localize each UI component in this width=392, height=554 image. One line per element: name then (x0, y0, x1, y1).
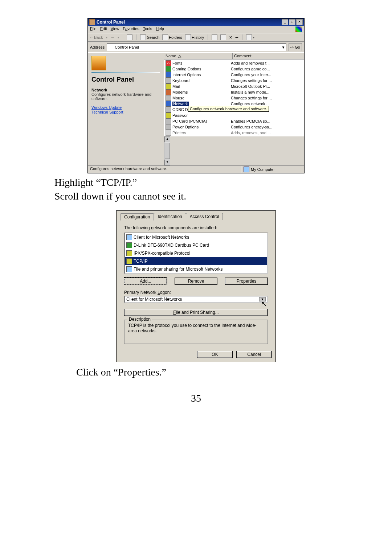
list-item[interactable]: Passwor (164, 112, 304, 118)
instruction-text: Highlight “TCP/IP.” Scroll down if you c… (54, 176, 338, 203)
adapter-icon (126, 242, 132, 248)
power-icon (166, 124, 171, 130)
window-titlebar: Control Panel _ □ × (88, 19, 304, 26)
components-listbox[interactable]: Client for Microsoft Networks D-Link DFE… (124, 233, 268, 274)
menu-favorites[interactable]: Favorites (123, 26, 139, 32)
left-info-pane: Control Panel Network Configures network… (88, 53, 164, 165)
menu-help[interactable]: Help (156, 26, 164, 32)
mail-icon (166, 83, 171, 89)
list-item-tcpip[interactable]: TCP/IP (125, 257, 267, 265)
technical-support-link[interactable]: Technical Support (91, 110, 160, 114)
tab-access-control[interactable]: Access Control (186, 213, 223, 220)
remove-button[interactable]: Remove (175, 278, 217, 285)
tooltip: Configures network hardware and software… (188, 106, 269, 112)
status-text: Configures network hardware and software… (88, 166, 241, 173)
list-item[interactable]: ModemsInstalls a new mode... (164, 89, 304, 95)
addressbar: Address Control Panel ▼ ⇨Go (88, 42, 304, 52)
column-name[interactable]: Name △ (164, 53, 233, 59)
page-number: 35 (54, 393, 338, 404)
menu-view[interactable]: View (111, 26, 119, 32)
list-item[interactable]: Internet OptionsConfigures your Inter... (164, 72, 304, 78)
control-panel-icon (89, 19, 95, 25)
list-item[interactable]: MouseChanges settings for ... (164, 95, 304, 101)
folders-button[interactable]: Folders (162, 34, 182, 40)
window-title: Control Panel (97, 20, 125, 25)
address-label: Address (90, 45, 105, 49)
cancel-button[interactable]: Cancel (236, 351, 272, 358)
nav-forward-button[interactable]: → (110, 35, 114, 40)
views-button[interactable] (246, 34, 254, 40)
description-text: TCP/IP is the protocol you use to connec… (128, 323, 264, 334)
scroll-down-icon[interactable]: ▼ (164, 160, 170, 165)
network-dialog: Configuration Identification Access Cont… (116, 210, 276, 362)
my-computer-icon (244, 167, 249, 172)
menu-tools[interactable]: Tools (143, 26, 152, 32)
nav-forward-dd[interactable] (117, 36, 119, 39)
list-header: Name △ Comment (164, 53, 304, 59)
page-title: Control Panel (91, 76, 160, 83)
list-item[interactable]: IPX/SPX-compatible Protocol (125, 249, 267, 257)
control-panel-icon (108, 45, 113, 50)
list-item[interactable]: KeyboardChanges settings for ... (164, 78, 304, 83)
control-panel-large-icon (91, 56, 106, 70)
list-item[interactable]: MailMicrosoft Outlook Pr... (164, 83, 304, 89)
close-button[interactable]: × (296, 19, 303, 25)
menu-edit[interactable]: Edit (100, 26, 107, 32)
ok-button[interactable]: OK (197, 351, 233, 358)
windows-update-link[interactable]: Windows Update (91, 105, 160, 110)
nav-back-dd[interactable] (106, 36, 107, 39)
primary-logon-dropdown[interactable]: Client for Microsoft Networks ▼ (124, 296, 268, 303)
internet-icon (166, 72, 171, 78)
status-location: My Computer (241, 166, 304, 173)
list-item[interactable]: Power OptionsConfigures energy-sa... (164, 124, 304, 130)
nav-up-button[interactable] (127, 34, 132, 40)
address-input[interactable]: Control Panel ▼ (107, 43, 286, 51)
description-group: Description TCP/IP is the protocol you u… (124, 320, 268, 344)
list-item[interactable]: File and printer sharing for Microsoft N… (125, 265, 267, 273)
properties-button[interactable]: Properties (225, 278, 268, 285)
delete-button[interactable]: ✕ (229, 35, 232, 40)
maximize-button[interactable]: □ (289, 19, 295, 25)
move-to-button[interactable] (212, 34, 217, 40)
add-button[interactable]: Add... (124, 278, 167, 285)
fonts-icon: A (166, 60, 171, 66)
copy-to-button[interactable] (220, 34, 226, 40)
list-item[interactable]: Client for Microsoft Networks (125, 233, 267, 241)
list-item[interactable]: AFontsAdds and removes f... (164, 60, 304, 66)
list-item[interactable]: PC Card (PCMCIA)Enables PCMCIA so... (164, 118, 304, 124)
components-caption: The following network components are ins… (124, 225, 268, 230)
menu-file[interactable]: File (90, 26, 97, 32)
chevron-down-icon[interactable]: ▼ (281, 45, 285, 49)
scroll-thumb[interactable] (165, 143, 170, 159)
scroll-up-icon[interactable]: ▲ (164, 136, 170, 142)
printers-icon (166, 130, 171, 136)
tab-configuration[interactable]: Configuration (120, 213, 154, 221)
menubar: File Edit View Favorites Tools Help (88, 26, 304, 33)
search-button[interactable]: Search (140, 34, 159, 40)
instruction-text: Click on “Properties.” (76, 366, 338, 378)
column-comment[interactable]: Comment (233, 53, 304, 59)
primary-logon-label: Primary Network Logon: (124, 290, 268, 295)
service-icon (126, 266, 132, 272)
gaming-icon (166, 66, 171, 72)
vertical-scrollbar[interactable]: ▲ ▼ (164, 136, 170, 165)
description-legend: Description (127, 317, 152, 322)
undo-button[interactable]: ↩ (235, 35, 238, 40)
dialog-tabs: Configuration Identification Access Cont… (119, 213, 273, 220)
windows-logo-icon (295, 26, 302, 32)
mouse-icon (166, 95, 171, 101)
nav-back-button[interactable]: ⇦ Back (90, 35, 103, 40)
go-button[interactable]: ⇨Go (289, 43, 302, 51)
pcmcia-icon (166, 118, 171, 124)
statusbar: Configures network hardware and software… (88, 165, 304, 173)
minimize-button[interactable]: _ (282, 19, 288, 25)
tab-identification[interactable]: Identification (154, 213, 186, 220)
list-item[interactable]: D-Link DFE-690TXD Cardbus PC Card (125, 241, 267, 249)
selected-item-title: Network (91, 88, 160, 92)
list-item[interactable]: Gaming OptionsConfigures game co... (164, 66, 304, 72)
chevron-down-icon[interactable]: ▼ (259, 297, 266, 301)
history-button[interactable]: History (185, 34, 204, 40)
list-item[interactable]: PrintersAdds, removes, and ... (164, 130, 304, 136)
file-print-sharing-button[interactable]: File and Print Sharing... (124, 309, 268, 316)
protocol-icon (126, 250, 132, 256)
